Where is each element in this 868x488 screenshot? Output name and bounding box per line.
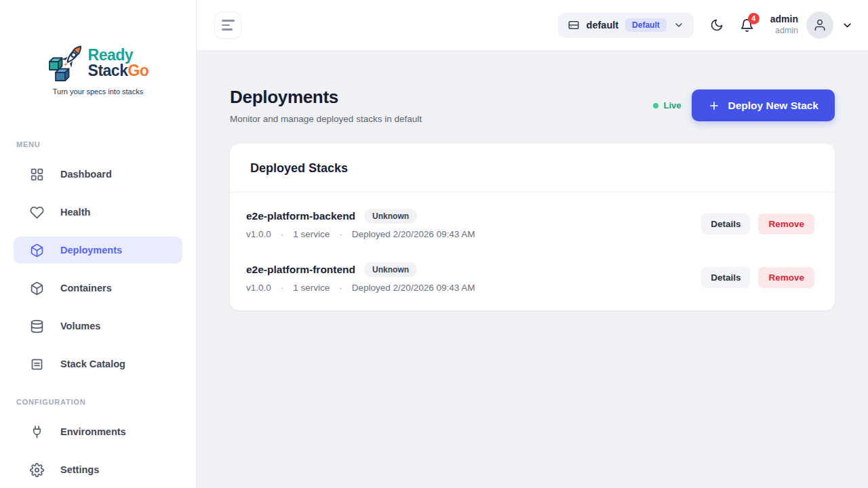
- sidebar-item-environments[interactable]: Environments: [14, 418, 182, 445]
- document-icon: [30, 357, 44, 371]
- card-title: Deployed Stacks: [250, 161, 814, 176]
- stack-version: v1.0.0: [246, 283, 271, 293]
- heart-icon: [30, 205, 44, 220]
- sidebar-item-health[interactable]: Health: [14, 199, 182, 226]
- theme-toggle-button[interactable]: [710, 18, 724, 32]
- user-name: admin: [770, 14, 798, 26]
- database-icon: [30, 319, 44, 333]
- brand-tagline: Turn your specs into stacks: [0, 87, 196, 96]
- details-button[interactable]: Details: [701, 267, 750, 288]
- deployed-stacks-card: Deployed Stacks e2e-platform-backend Unk…: [230, 144, 835, 310]
- stack-list: e2e-platform-backend Unknown v1.0.0 · 1 …: [230, 192, 835, 310]
- cube-icon: [30, 243, 44, 258]
- server-icon: [568, 19, 580, 31]
- deploy-new-stack-button[interactable]: Deploy New Stack: [692, 89, 835, 121]
- gear-icon: [30, 463, 44, 477]
- moon-icon: [710, 18, 724, 32]
- sidebar-item-settings[interactable]: Settings: [14, 456, 182, 483]
- avatar: [806, 12, 833, 39]
- sidebar-item-label: Stack Catalog: [60, 359, 125, 369]
- hamburger-icon: [222, 20, 235, 22]
- topbar: default Default 4: [197, 0, 868, 51]
- chevron-down-icon: [673, 20, 684, 30]
- sidebar-item-label: Health: [60, 207, 90, 218]
- main-area: default Default 4: [197, 0, 868, 488]
- environment-selector[interactable]: default Default: [558, 13, 694, 38]
- sidebar-item-label: Dashboard: [60, 169, 112, 180]
- plus-icon: [708, 100, 720, 112]
- brand-name-ready: Ready: [88, 47, 149, 63]
- stack-meta: v1.0.0 · 1 service · Deployed 2/20/2026 …: [246, 229, 475, 239]
- cube-icon: [30, 281, 44, 296]
- stack-deployed-at: Deployed 2/20/2026 09:43 AM: [352, 283, 475, 293]
- meta-separator: ·: [281, 229, 284, 239]
- content-area: Deployments Monitor and manage deployed …: [197, 51, 868, 488]
- remove-button[interactable]: Remove: [758, 214, 814, 235]
- sidebar-item-deployments[interactable]: Deployments: [14, 237, 182, 264]
- deploy-button-label: Deploy New Stack: [728, 100, 818, 112]
- stack-info: e2e-platform-frontend Unknown v1.0.0 · 1…: [246, 262, 475, 293]
- sidebar-item-label: Containers: [60, 283, 112, 293]
- page-header: Deployments Monitor and manage deployed …: [230, 87, 835, 124]
- brand-logo: Ready StackGo Turn your specs into stack…: [0, 0, 196, 96]
- plug-icon: [30, 425, 44, 439]
- stack-version: v1.0.0: [246, 229, 271, 239]
- nav-section-menu-label: MENU: [14, 140, 182, 148]
- sidebar-item-label: Volumes: [60, 321, 100, 331]
- page-subtitle: Monitor and manage deployed stacks in de…: [230, 114, 422, 124]
- brand-name-go: Go: [127, 62, 149, 79]
- stack-row: e2e-platform-backend Unknown v1.0.0 · 1 …: [230, 197, 835, 250]
- meta-separator: ·: [281, 283, 284, 293]
- notification-count-badge: 4: [748, 13, 760, 24]
- sidebar-item-dashboard[interactable]: Dashboard: [14, 161, 182, 188]
- live-status-label: Live: [663, 100, 681, 110]
- status-badge: Unknown: [364, 209, 417, 224]
- stack-meta: v1.0.0 · 1 service · Deployed 2/20/2026 …: [246, 283, 475, 293]
- sidebar-item-label: Environments: [60, 426, 126, 437]
- sidebar-item-label: Deployments: [60, 245, 122, 256]
- sidebar: Ready StackGo Turn your specs into stack…: [0, 0, 197, 488]
- details-button[interactable]: Details: [701, 214, 750, 235]
- stack-name: e2e-platform-frontend: [246, 264, 355, 276]
- grid-icon: [30, 167, 44, 182]
- environment-name: default: [587, 20, 619, 30]
- stack-info: e2e-platform-backend Unknown v1.0.0 · 1 …: [246, 209, 475, 239]
- meta-separator: ·: [339, 283, 342, 293]
- stack-row: e2e-platform-frontend Unknown v1.0.0 · 1…: [230, 250, 835, 304]
- live-status-dot: [653, 103, 658, 108]
- card-header: Deployed Stacks: [230, 144, 835, 192]
- page-title: Deployments: [230, 87, 422, 108]
- sidebar-toggle-button[interactable]: [214, 12, 241, 39]
- stack-deployed-at: Deployed 2/20/2026 09:43 AM: [352, 229, 475, 239]
- user-icon: [813, 18, 827, 32]
- sidebar-item-volumes[interactable]: Volumes: [14, 312, 182, 340]
- nav-section-configuration-label: CONFIGURATION: [14, 398, 182, 406]
- meta-separator: ·: [339, 229, 342, 239]
- sidebar-item-stack-catalog[interactable]: Stack Catalog: [14, 350, 182, 378]
- chevron-down-icon: [842, 20, 853, 31]
- user-menu[interactable]: admin admin: [770, 12, 853, 39]
- brand-wordmark: Ready StackGo: [88, 42, 149, 79]
- stack-services: 1 service: [293, 229, 330, 239]
- remove-button[interactable]: Remove: [758, 267, 814, 288]
- stack-name: e2e-platform-backend: [246, 210, 355, 222]
- notifications-button[interactable]: 4: [740, 18, 754, 33]
- sidebar-item-containers[interactable]: Containers: [14, 274, 182, 302]
- sidebar-item-label: Settings: [60, 464, 99, 475]
- status-badge: Unknown: [364, 262, 417, 277]
- environment-default-badge: Default: [625, 18, 667, 32]
- stack-services: 1 service: [293, 283, 330, 293]
- rocket-stack-logo-icon: [47, 42, 87, 84]
- brand-name-stack: Stack: [88, 62, 128, 79]
- user-role: admin: [770, 26, 798, 37]
- sidebar-nav: MENU Dashboard Health Deployments: [0, 140, 196, 483]
- live-status: Live: [653, 100, 681, 110]
- app-window: Ready StackGo Turn your specs into stack…: [0, 0, 868, 488]
